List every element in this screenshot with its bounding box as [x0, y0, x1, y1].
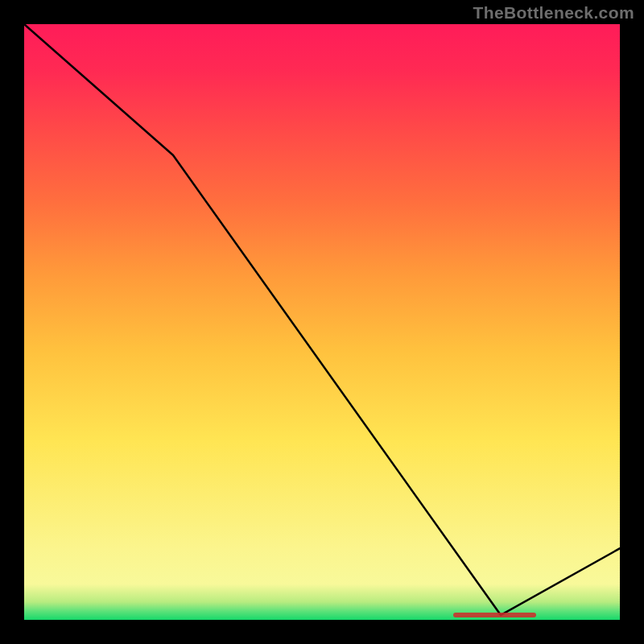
optimal-range-marker	[453, 613, 537, 617]
watermark-label: TheBottleneck.com	[473, 3, 634, 23]
curve-path	[24, 24, 620, 615]
plot-area	[24, 24, 620, 620]
bottleneck-curve	[24, 24, 620, 620]
chart-frame: TheBottleneck.com	[0, 0, 644, 644]
